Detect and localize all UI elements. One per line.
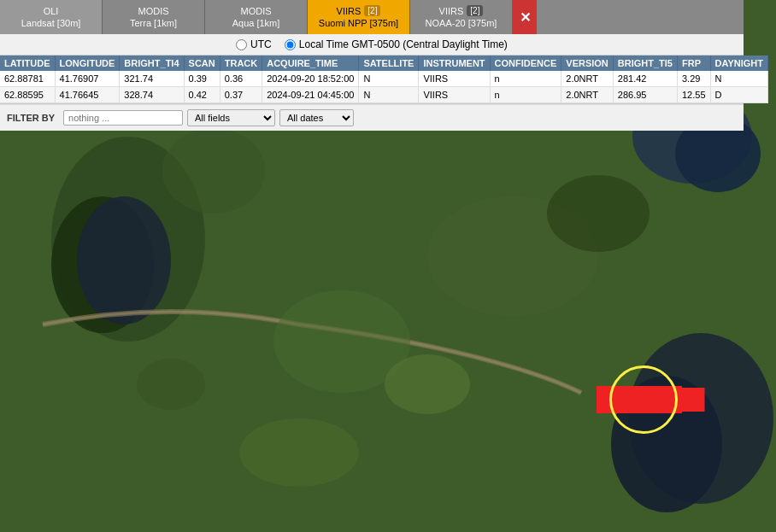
tab-modis-terra-line2: Terra [1km] xyxy=(130,17,177,29)
data-table: LATITUDE LONGITUDE BRIGHT_TI4 SCAN TRACK… xyxy=(0,56,768,103)
cell-instrument-1: VIIRS xyxy=(419,71,490,87)
col-longitude: LONGITUDE xyxy=(55,56,120,71)
cell-bright-ti4-2: 328.74 xyxy=(120,87,184,103)
table-header-row: LATITUDE LONGITUDE BRIGHT_TI4 SCAN TRACK… xyxy=(0,56,767,71)
col-frp: FRP xyxy=(678,56,711,71)
col-latitude: LATITUDE xyxy=(0,56,55,71)
svg-point-3 xyxy=(77,196,171,324)
filter-dates-select[interactable]: All dates Last 24h Last 48h Last 7 days xyxy=(279,109,354,126)
cell-longitude-2: 41.76645 xyxy=(55,87,120,103)
tab-viirs-snpp[interactable]: VIIRS [2] Suomi NPP [375m] xyxy=(308,0,410,34)
cell-bright-ti4-1: 321.74 xyxy=(120,71,184,87)
tab-viirs-snpp-line2: Suomi NPP [375m] xyxy=(319,17,398,29)
local-radio[interactable] xyxy=(285,39,296,50)
cell-satellite-1: N xyxy=(359,71,419,87)
tab-modis-aqua-line2: Aqua [1km] xyxy=(232,17,280,29)
tab-modis-terra-line1: MODIS xyxy=(138,5,168,17)
col-scan: SCAN xyxy=(184,56,220,71)
tab-viirs-snpp-line1: VIIRS xyxy=(337,5,362,17)
col-bright-ti4: BRIGHT_TI4 xyxy=(120,56,184,71)
utc-label: UTC xyxy=(250,38,272,50)
cell-scan-1: 0.39 xyxy=(184,71,220,87)
col-instrument: INSTRUMENT xyxy=(419,56,490,71)
svg-point-14 xyxy=(137,359,205,410)
col-daynight: DAYNIGHT xyxy=(710,56,767,71)
data-table-wrapper: LATITUDE LONGITUDE BRIGHT_TI4 SCAN TRACK… xyxy=(0,56,744,104)
col-satellite: SATELLITE xyxy=(359,56,419,71)
tab-viirs-noaa-line1: VIIRS xyxy=(439,5,464,17)
utc-radio-label[interactable]: UTC xyxy=(236,38,272,50)
tab-viirs-noaa[interactable]: VIIRS [2] NOAA-20 [375m] xyxy=(410,0,513,34)
tab-viirs-noaa-line2: NOAA-20 [375m] xyxy=(426,17,497,29)
cell-instrument-2: VIIRS xyxy=(419,87,490,103)
cell-acquire-time-1: 2024-09-20 18:52:00 xyxy=(262,71,359,87)
cell-longitude-1: 41.76907 xyxy=(55,71,120,87)
utc-radio[interactable] xyxy=(236,39,247,50)
close-button[interactable]: ✕ xyxy=(513,0,537,34)
tab-oli-line2: Landsat [30m] xyxy=(21,17,81,29)
cell-bright-ti5-2: 286.95 xyxy=(613,87,677,103)
tab-oli[interactable]: OLI Landsat [30m] xyxy=(0,0,103,34)
ui-panel: OLI Landsat [30m] MODIS Terra [1km] MODI… xyxy=(0,0,744,131)
tab-modis-terra[interactable]: MODIS Terra [1km] xyxy=(103,0,205,34)
cell-confidence-2: n xyxy=(490,87,561,103)
tabs-row: OLI Landsat [30m] MODIS Terra [1km] MODI… xyxy=(0,0,744,34)
cell-bright-ti5-1: 281.42 xyxy=(613,71,677,87)
cell-version-1: 2.0NRT xyxy=(561,71,614,87)
cell-frp-1: 3.29 xyxy=(678,71,711,87)
filter-label: FILTER BY xyxy=(7,113,55,123)
cell-version-2: 2.0NRT xyxy=(561,87,614,103)
fire-marker xyxy=(592,365,695,434)
col-bright-ti5: BRIGHT_TI5 xyxy=(613,56,677,71)
svg-point-12 xyxy=(239,418,359,487)
table-header: LATITUDE LONGITUDE BRIGHT_TI4 SCAN TRACK… xyxy=(0,56,767,71)
tab-viirs-snpp-badge: [2] xyxy=(364,5,380,16)
tab-modis-aqua[interactable]: MODIS Aqua [1km] xyxy=(205,0,308,34)
filter-fields-select[interactable]: All fields LATITUDE LONGITUDE SATELLITE … xyxy=(187,109,275,126)
cell-track-2: 0.37 xyxy=(220,87,262,103)
col-track: TRACK xyxy=(220,56,262,71)
tab-modis-aqua-line1: MODIS xyxy=(240,5,271,17)
svg-point-9 xyxy=(162,128,265,213)
col-confidence: CONFIDENCE xyxy=(490,56,561,71)
cell-latitude-1: 62.88781 xyxy=(0,71,55,87)
col-version: VERSION xyxy=(561,56,614,71)
table-body: 62.88781 41.76907 321.74 0.39 0.36 2024-… xyxy=(0,71,767,103)
col-acquire-time: ACQUIRE_TIME xyxy=(262,56,359,71)
cell-daynight-1: N xyxy=(710,71,767,87)
cell-track-1: 0.36 xyxy=(220,71,262,87)
cell-daynight-2: D xyxy=(710,87,767,103)
svg-point-13 xyxy=(547,175,650,252)
table-row[interactable]: 62.88595 41.76645 328.74 0.42 0.37 2024-… xyxy=(0,87,767,103)
filter-row: FILTER BY All fields LATITUDE LONGITUDE … xyxy=(0,104,744,131)
local-label: Local Time GMT-0500 (Central Daylight Ti… xyxy=(299,38,508,50)
timezone-row: UTC Local Time GMT-0500 (Central Dayligh… xyxy=(0,34,744,56)
table-row[interactable]: 62.88781 41.76907 321.74 0.39 0.36 2024-… xyxy=(0,71,767,87)
local-radio-label[interactable]: Local Time GMT-0500 (Central Daylight Ti… xyxy=(285,38,508,50)
cell-scan-2: 0.42 xyxy=(184,87,220,103)
cell-frp-2: 12.55 xyxy=(678,87,711,103)
tab-viirs-noaa-badge: [2] xyxy=(467,5,483,16)
tab-oli-line1: OLI xyxy=(44,5,59,17)
cell-confidence-1: n xyxy=(490,71,561,87)
cell-latitude-2: 62.88595 xyxy=(0,87,55,103)
filter-text-input[interactable] xyxy=(63,110,183,126)
svg-point-11 xyxy=(385,354,470,414)
fire-circle-indicator xyxy=(609,365,678,434)
cell-acquire-time-2: 2024-09-21 04:45:00 xyxy=(262,87,359,103)
cell-satellite-2: N xyxy=(359,87,419,103)
